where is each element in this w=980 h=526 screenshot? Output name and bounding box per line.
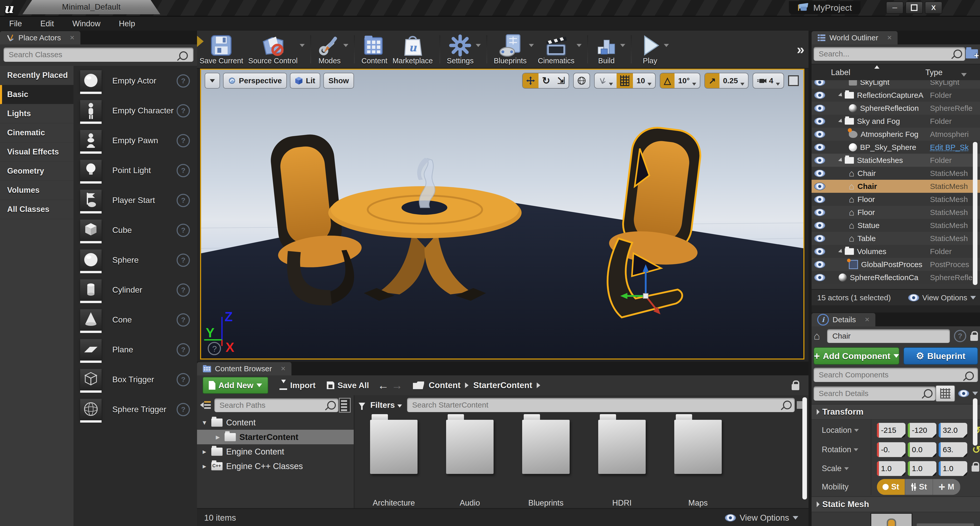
lit-button[interactable]: Lit (290, 73, 320, 89)
chevron-down-icon[interactable] (576, 44, 582, 47)
asset-folder-blueprints[interactable]: Blueprints (521, 420, 571, 508)
outliner-row-staticmeshes[interactable]: StaticMeshesFolder (811, 154, 980, 167)
help-icon[interactable]: ? (177, 224, 190, 237)
restore-button[interactable] (905, 2, 923, 14)
asset-folder-maps[interactable]: Maps (673, 420, 723, 508)
outliner-row-spherereflection[interactable]: SphereReflectionSphereRefle (811, 102, 980, 115)
category-geometry[interactable]: Geometry (0, 162, 73, 181)
cinematics-button[interactable]: Cinematics (538, 34, 574, 65)
visibility-eye-icon[interactable] (814, 80, 825, 86)
placeable-point-light[interactable]: Point Light? (73, 156, 197, 185)
help-icon[interactable]: ? (177, 164, 190, 177)
source-control-button[interactable]: Source Control (248, 34, 298, 65)
search-assets-input[interactable] (407, 398, 795, 412)
scale-y-field[interactable]: 1.0 (908, 461, 936, 476)
help-icon[interactable]: ? (177, 253, 190, 267)
category-basic[interactable]: Basic (0, 85, 73, 104)
scale-snap-value[interactable]: 0.25 (719, 73, 748, 88)
location-x-field[interactable]: -215 (877, 423, 905, 438)
rotation-snap-toggle[interactable]: △ (660, 73, 675, 88)
expand-arrow-icon[interactable]: ▸ (215, 433, 221, 441)
lock-icon[interactable] (792, 384, 799, 390)
placeable-cylinder[interactable]: Cylinder? (73, 275, 197, 305)
outliner-row-chair[interactable]: ⌂ChairStaticMesh (811, 180, 980, 193)
outliner-row-globalpostproces[interactable]: GlobalPostProcesPostProces (811, 258, 980, 271)
help-icon[interactable]: ? (177, 373, 190, 386)
build-button[interactable]: Build (595, 34, 618, 65)
chevron-down-icon[interactable] (664, 44, 669, 47)
blueprint-button[interactable]: ⚙ Blueprint (904, 347, 978, 365)
view-options-button[interactable]: View Options (725, 513, 798, 523)
chevron-down-icon[interactable] (529, 44, 534, 47)
menu-window[interactable]: Window (63, 19, 110, 28)
placeable-cone[interactable]: Cone? (73, 305, 197, 335)
rotation-x-field[interactable]: -0. (877, 442, 905, 457)
help-icon[interactable]: ? (177, 194, 190, 207)
category-volumes[interactable]: Volumes (0, 181, 73, 200)
column-type[interactable]: Type (925, 68, 942, 77)
visibility-eye-icon[interactable] (814, 143, 825, 151)
help-icon[interactable]: ? (177, 403, 190, 416)
visibility-eye-icon[interactable] (814, 248, 825, 255)
visibility-eye-icon[interactable] (814, 196, 825, 203)
rotation-label[interactable]: Rotation (811, 445, 877, 454)
static-mesh-section-header[interactable]: Static Mesh (811, 496, 980, 512)
surface-snap-button[interactable] (595, 73, 617, 88)
filters-button[interactable]: Filters (370, 400, 402, 410)
outliner-column-header[interactable]: Label Type (811, 64, 980, 81)
location-y-field[interactable]: -120 (908, 423, 936, 438)
close-icon[interactable]: ✕ (887, 34, 892, 41)
show-button[interactable]: Show (323, 73, 354, 89)
visibility-eye-icon[interactable] (814, 104, 825, 112)
maximize-viewport-icon[interactable] (788, 75, 799, 86)
search-components-input[interactable] (814, 368, 978, 382)
menu-help[interactable]: Help (110, 19, 145, 28)
expand-arrow-icon[interactable] (838, 92, 843, 98)
placeable-empty-pawn[interactable]: Empty Pawn? (73, 126, 197, 156)
placeable-box-trigger[interactable]: Box Trigger? (73, 365, 197, 394)
outliner-row-floor[interactable]: ⌂FloorStaticMesh (811, 193, 980, 206)
placeable-sphere-trigger[interactable]: Sphere Trigger? (73, 394, 197, 424)
visibility-eye-icon[interactable] (814, 183, 825, 190)
expand-arrow-icon[interactable] (838, 158, 843, 163)
mobility-movable-button[interactable]: ✛M (933, 479, 960, 495)
placeable-player-start[interactable]: Player Start? (73, 185, 197, 215)
expand-arrow-icon[interactable]: ▾ (201, 418, 208, 427)
help-icon[interactable]: ? (954, 330, 966, 342)
help-icon[interactable]: ? (177, 313, 190, 327)
tab-world-outliner[interactable]: World Outliner ✕ (811, 31, 897, 45)
minimize-button[interactable]: ─ (886, 2, 904, 14)
outliner-view-options-button[interactable]: View Options (908, 293, 976, 302)
placeable-cube[interactable]: Cube? (73, 215, 197, 245)
import-button[interactable]: Import (280, 381, 316, 390)
breadcrumb-startercontent[interactable]: StarterContent (473, 381, 532, 390)
move-tool-button[interactable] (523, 73, 538, 88)
menu-file[interactable]: File (0, 19, 31, 28)
asset-folder-architecture[interactable]: Architecture (369, 420, 419, 508)
outliner-row-sky-and-fog[interactable]: Sky and FogFolder (811, 115, 980, 128)
category-cinematic[interactable]: Cinematic (0, 123, 73, 142)
placeable-empty-actor[interactable]: Empty Actor? (73, 66, 197, 96)
chevron-down-icon[interactable] (300, 44, 305, 47)
breadcrumb-content[interactable]: Content (429, 381, 461, 390)
expand-arrow-icon[interactable] (838, 249, 843, 254)
new-folder-icon[interactable] (966, 49, 978, 59)
settings-button[interactable]: Settings (447, 34, 474, 65)
placeable-empty-character[interactable]: Empty Character? (73, 96, 197, 126)
tutorial-cap-icon[interactable] (797, 3, 809, 12)
collapse-sources-icon[interactable] (200, 400, 211, 410)
visibility-eye-icon[interactable] (814, 156, 825, 164)
expand-arrow-icon[interactable]: ▸ (201, 447, 208, 456)
help-icon[interactable]: ? (177, 74, 190, 88)
expand-arrow-icon[interactable] (838, 118, 843, 124)
visibility-eye-icon[interactable] (814, 91, 825, 99)
back-arrow-icon[interactable]: ← (378, 379, 389, 392)
scale-snap-toggle[interactable]: ↗ (705, 73, 719, 88)
viewport-options-button[interactable] (205, 73, 220, 89)
perspective-button[interactable]: Perspective (223, 73, 287, 89)
close-icon[interactable]: ✕ (865, 316, 870, 323)
close-icon[interactable]: ✕ (280, 365, 286, 372)
save-all-button[interactable]: Save All (327, 381, 369, 390)
mobility-static-button[interactable]: St (877, 479, 905, 495)
scale-tool-button[interactable]: ⇲ (554, 73, 569, 88)
